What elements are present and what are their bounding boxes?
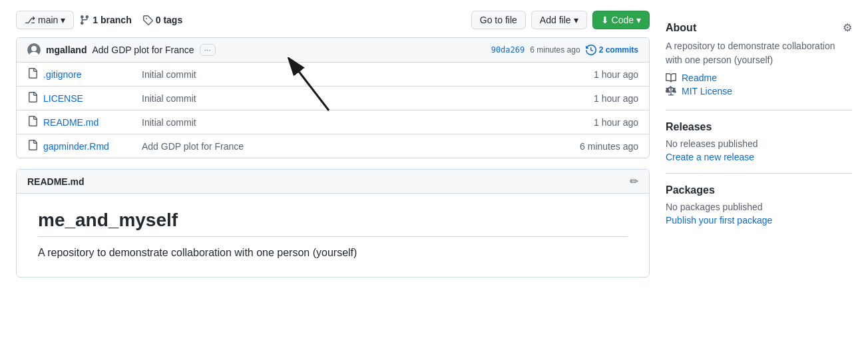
create-release-link[interactable]: Create a new release [666, 152, 754, 162]
releases-section: Releases No releases published Create a … [666, 110, 852, 174]
publish-package-link[interactable]: Publish your first package [666, 215, 772, 226]
file-time: 1 hour ago [594, 69, 638, 80]
license-link[interactable]: MIT License [682, 86, 732, 96]
commits-count: 2 commits [599, 45, 638, 55]
meta-items: 1 branch 0 tags [79, 15, 182, 25]
releases-title: Releases [666, 121, 712, 133]
commit-sha[interactable]: 90da269 [491, 45, 525, 55]
commit-more-button[interactable]: ··· [200, 44, 216, 56]
packages-section: Packages No packages published Publish y… [666, 174, 852, 236]
file-row: .gitignore Initial commit 1 hour ago [17, 63, 649, 86]
chevron-down-icon: ▾ [61, 15, 65, 25]
readme-content: me_and_myself A repository to demonstrat… [17, 194, 649, 277]
releases-header: Releases [666, 121, 852, 133]
chevron-down-icon-add: ▾ [574, 15, 578, 25]
code-button[interactable]: ⬇ Code ▾ [592, 11, 650, 29]
toolbar-left: ⎇ main ▾ 1 branch [16, 11, 466, 29]
commit-message: Add GDP plot for France [92, 45, 194, 55]
about-section: About ⚙ A repository to demonstrate coll… [666, 11, 852, 110]
sidebar: About ⚙ A repository to demonstrate coll… [666, 11, 852, 277]
commit-header: mgalland Add GDP plot for France ··· 90d… [17, 38, 649, 63]
file-icon [27, 116, 38, 128]
file-name[interactable]: gapminder.Rmd [43, 141, 136, 152]
avatar-svg [27, 43, 41, 57]
commit-time: 6 minutes ago [530, 45, 580, 55]
file-icon-svg [27, 68, 38, 79]
file-time: 1 hour ago [594, 93, 638, 104]
branch-count-link[interactable]: 1 branch [93, 15, 131, 25]
chevron-down-icon-code: ▾ [636, 15, 641, 25]
branch-label: main [38, 15, 58, 25]
branch-icon-svg [79, 15, 90, 25]
toolbar: ⎇ main ▾ 1 branch [16, 11, 650, 29]
file-icon-svg [27, 140, 38, 150]
packages-none-text: No packages published [666, 202, 852, 212]
file-icon [27, 140, 38, 152]
releases-none-text: No releases published [666, 138, 852, 149]
license-link-item: MIT License [666, 86, 852, 96]
go-to-file-button[interactable]: Go to file [471, 11, 526, 29]
readme-edit-button[interactable]: ✏ [630, 175, 638, 188]
branch-count-item[interactable]: 1 branch [79, 15, 131, 25]
file-name[interactable]: README.md [43, 117, 136, 128]
code-label: Code [612, 15, 634, 25]
download-icon: ⬇ [601, 15, 609, 25]
file-icon-svg [27, 116, 38, 126]
file-commit: Initial commit [142, 69, 588, 80]
file-name[interactable]: LICENSE [43, 93, 136, 104]
tag-count-link[interactable]: 0 tags [156, 15, 182, 25]
file-icon [27, 92, 38, 104]
go-to-file-label: Go to file [480, 15, 517, 25]
commits-link[interactable]: 2 commits [586, 45, 638, 55]
file-row: LICENSE Initial commit 1 hour ago [17, 86, 649, 110]
gear-icon[interactable]: ⚙ [843, 21, 852, 34]
readme-header: README.md ✏ [17, 170, 649, 194]
file-name[interactable]: .gitignore [43, 69, 136, 80]
packages-header: Packages [666, 184, 852, 196]
history-icon [586, 45, 596, 55]
tag-count-item[interactable]: 0 tags [142, 15, 182, 25]
about-text: A repository to demonstrate collaboratio… [666, 39, 852, 67]
readme-link-item: Readme [666, 73, 852, 83]
book-icon [666, 73, 676, 83]
commit-meta: 90da269 6 minutes ago 2 commits [491, 45, 638, 55]
file-table: mgalland Add GDP plot for France ··· 90d… [16, 37, 650, 158]
packages-title: Packages [666, 184, 715, 196]
file-icon [27, 68, 38, 81]
commit-author[interactable]: mgalland [46, 45, 87, 55]
about-header: About ⚙ [666, 21, 852, 34]
law-icon [666, 86, 676, 96]
branch-selector[interactable]: ⎇ main ▾ [16, 11, 74, 29]
file-icon-svg [27, 92, 38, 102]
readme-box: README.md ✏ me_and_myself A repository t… [16, 169, 650, 277]
readme-body: A repository to demonstrate collaboratio… [38, 245, 628, 261]
add-file-button[interactable]: Add file ▾ [531, 11, 587, 29]
svg-point-1 [31, 46, 37, 51]
readme-link[interactable]: Readme [682, 73, 717, 83]
file-commit: Initial commit [142, 93, 588, 104]
toolbar-right: Go to file Add file ▾ ⬇ Code ▾ [471, 11, 650, 29]
file-row: gapminder.Rmd Add GDP plot for France 6 … [17, 134, 649, 158]
file-time: 6 minutes ago [580, 141, 638, 152]
readme-heading: me_and_myself [38, 210, 628, 237]
add-file-label: Add file [540, 15, 571, 25]
branch-icon: ⎇ [25, 15, 35, 25]
file-table-container: mgalland Add GDP plot for France ··· 90d… [16, 37, 650, 158]
tag-icon [142, 15, 153, 25]
file-row: README.md Initial commit 1 hour ago [17, 110, 649, 134]
file-commit: Add GDP plot for France [142, 141, 574, 152]
readme-title: README.md [27, 176, 85, 187]
file-time: 1 hour ago [594, 117, 638, 128]
avatar [27, 43, 41, 57]
about-title: About [666, 22, 696, 34]
file-commit: Initial commit [142, 117, 588, 128]
